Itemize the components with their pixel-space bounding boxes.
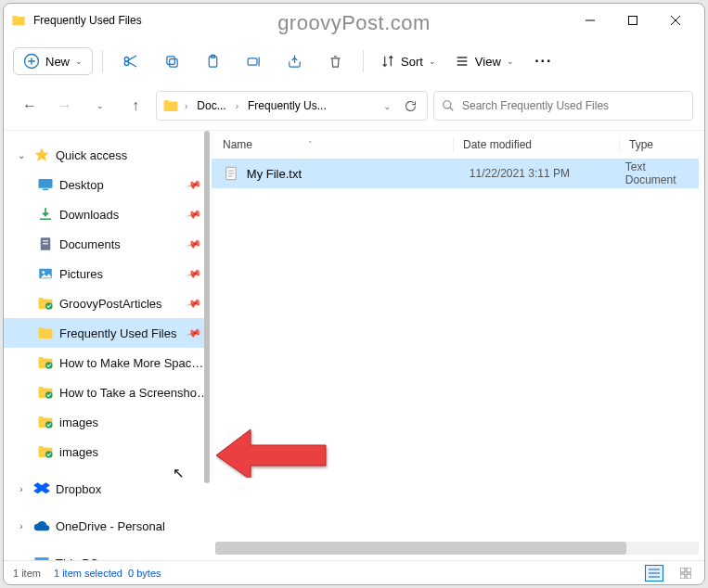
svg-rect-19 xyxy=(43,243,48,244)
quick-access-node[interactable]: ⌄ Quick access xyxy=(4,140,210,170)
cut-button[interactable] xyxy=(112,44,149,79)
maximize-button[interactable] xyxy=(611,6,654,35)
sidebar-item-label: Pictures xyxy=(59,267,187,281)
dropbox-icon xyxy=(33,480,50,497)
sidebar-item-groovypostarticles[interactable]: GroovyPostArticles📌 xyxy=(4,288,210,318)
svg-rect-30 xyxy=(680,568,685,572)
pin-icon: 📌 xyxy=(186,265,203,282)
view-label: View xyxy=(475,55,501,69)
sidebar-item-label: GroovyPostArticles xyxy=(59,297,187,311)
tree-label: Dropbox xyxy=(56,482,210,496)
content-area: ⌄ Quick access Desktop📌Downloads📌Documen… xyxy=(4,130,704,560)
svg-rect-27 xyxy=(35,557,49,560)
folder-green-icon xyxy=(37,295,54,312)
svg-rect-32 xyxy=(680,574,685,579)
expand-icon[interactable]: › xyxy=(15,484,28,494)
new-button[interactable]: New ⌄ xyxy=(13,47,93,75)
breadcrumb-bar[interactable]: › Doc... › Frequently Us... ⌄ xyxy=(156,91,428,121)
pin-icon: 📌 xyxy=(186,325,203,341)
sidebar-item-images[interactable]: images xyxy=(4,437,210,467)
dropbox-node[interactable]: › Dropbox xyxy=(4,474,210,504)
recent-dropdown[interactable]: ⌄ xyxy=(85,91,115,121)
expand-icon[interactable]: › xyxy=(15,521,28,531)
sidebar-item-label: Downloads xyxy=(59,208,187,222)
back-button[interactable]: ← xyxy=(15,91,45,121)
chevron-right-icon[interactable]: › xyxy=(234,101,240,111)
status-bar: 1 item 1 item selected 0 bytes xyxy=(4,560,704,584)
tree-label: This PC xyxy=(56,556,210,561)
collapse-icon[interactable]: ⌄ xyxy=(15,150,28,160)
sort-label: Sort xyxy=(401,55,423,69)
svg-rect-7 xyxy=(169,58,177,66)
sidebar-item-desktop[interactable]: Desktop📌 xyxy=(4,170,210,199)
breadcrumb-dropdown[interactable]: ⌄ xyxy=(381,101,393,111)
svg-rect-18 xyxy=(43,240,48,241)
this-pc-node[interactable]: › This PC xyxy=(4,548,210,560)
sidebar-item-label: Desktop xyxy=(59,178,187,192)
breadcrumb-seg[interactable]: Frequently Us... xyxy=(244,97,330,114)
minimize-button[interactable] xyxy=(569,6,611,35)
chevron-down-icon: ⌄ xyxy=(507,57,514,66)
scrollbar-thumb[interactable] xyxy=(215,542,626,555)
expand-icon[interactable]: › xyxy=(15,558,28,561)
tree-label: OneDrive - Personal xyxy=(56,519,210,533)
delete-button[interactable] xyxy=(316,44,354,79)
forward-button[interactable]: → xyxy=(50,91,80,121)
svg-rect-11 xyxy=(248,58,257,64)
folder-icon xyxy=(11,13,26,28)
more-button[interactable]: ··· xyxy=(525,44,562,79)
new-button-label: New xyxy=(45,55,70,69)
address-bar-row: ← → ⌄ ↑ › Doc... › Frequently Us... ⌄ xyxy=(4,85,704,126)
tree-label: Quick access xyxy=(56,148,210,162)
plus-circle-icon xyxy=(23,53,40,70)
desktop-icon xyxy=(37,176,54,193)
copy-button[interactable] xyxy=(153,44,190,79)
paste-button[interactable] xyxy=(194,44,231,79)
divider xyxy=(102,50,103,72)
sidebar-item-frequently-used-files[interactable]: Frequently Used Files📌 xyxy=(4,318,210,348)
file-row[interactable]: My File.txt11/22/2021 3:11 PMText Docume… xyxy=(212,159,699,188)
sidebar-item-how-to-take-a-screenshot-on[interactable]: How to Take a Screenshot on xyxy=(4,377,210,407)
name-column-header[interactable]: Name xyxy=(223,138,252,151)
rename-icon xyxy=(246,54,262,70)
folder-icon xyxy=(37,325,54,341)
date-column-header[interactable]: Date modified xyxy=(463,138,619,151)
type-column-header[interactable]: Type xyxy=(629,138,704,151)
text-file-icon xyxy=(223,165,239,182)
chevron-right-icon[interactable]: › xyxy=(183,101,189,111)
share-button[interactable] xyxy=(276,44,313,79)
share-icon xyxy=(287,54,303,70)
trash-icon xyxy=(328,54,343,70)
horizontal-scrollbar[interactable] xyxy=(215,542,699,555)
rename-button[interactable] xyxy=(235,44,272,79)
sidebar-item-how-to-make-more-space-av[interactable]: How to Make More Space Av xyxy=(4,348,210,377)
refresh-icon[interactable] xyxy=(404,99,418,113)
pictures-icon xyxy=(37,265,54,282)
up-button[interactable]: ↑ xyxy=(121,91,150,121)
search-box[interactable] xyxy=(433,91,693,121)
folder-icon xyxy=(162,97,179,114)
thumbnail-view-button[interactable] xyxy=(676,565,695,582)
breadcrumb-seg[interactable]: Doc... xyxy=(193,97,229,114)
window-title: Frequently Used Files xyxy=(33,14,142,27)
status-selected: 1 item selected 0 bytes xyxy=(54,568,161,579)
search-icon xyxy=(442,99,455,112)
pin-icon: 📌 xyxy=(186,295,203,312)
folder-green-icon xyxy=(37,443,54,460)
sidebar-item-label: How to Take a Screenshot on xyxy=(59,386,210,400)
sidebar-item-downloads[interactable]: Downloads📌 xyxy=(4,199,210,229)
close-button[interactable] xyxy=(654,6,697,35)
search-input[interactable] xyxy=(462,99,685,112)
sort-button[interactable]: Sort ⌄ xyxy=(373,50,444,72)
details-view-button[interactable] xyxy=(645,565,663,582)
sort-asc-icon: ˄ xyxy=(308,140,313,149)
svg-rect-31 xyxy=(687,568,691,572)
nav-pane: ⌄ Quick access Desktop📌Downloads📌Documen… xyxy=(4,131,210,560)
svg-point-21 xyxy=(42,271,45,274)
view-button[interactable]: View ⌄ xyxy=(447,50,521,72)
divider xyxy=(619,136,620,153)
onedrive-node[interactable]: › OneDrive - Personal xyxy=(4,511,210,541)
sidebar-item-pictures[interactable]: Pictures📌 xyxy=(4,259,210,288)
sidebar-item-documents[interactable]: Documents📌 xyxy=(4,229,210,259)
sidebar-item-images[interactable]: images xyxy=(4,407,210,437)
